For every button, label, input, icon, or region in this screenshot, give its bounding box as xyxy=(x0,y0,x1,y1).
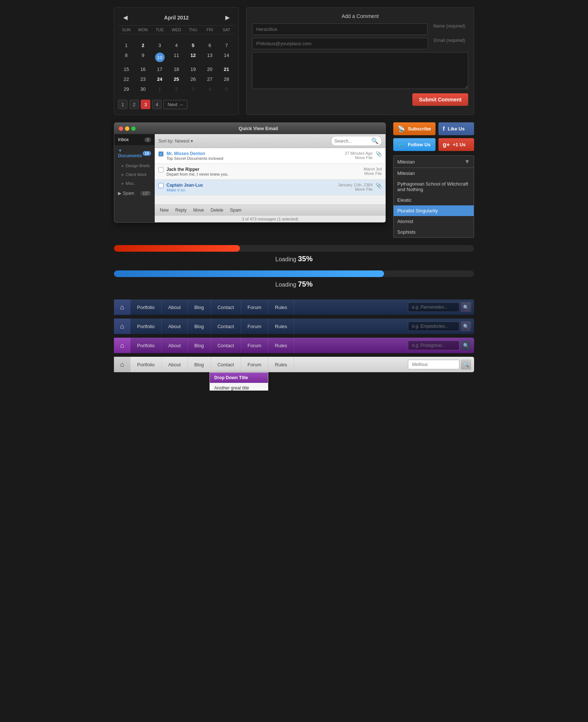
cal-cell[interactable]: 20 xyxy=(201,64,218,74)
navbar-3-forum[interactable]: Forum xyxy=(241,338,269,353)
maximize-window-button[interactable] xyxy=(131,126,136,131)
cal-cell[interactable]: 22 xyxy=(118,74,135,84)
cal-cell[interactable] xyxy=(118,36,135,40)
cal-cell[interactable]: 7 xyxy=(218,40,235,50)
plus-one-button[interactable]: g+ +1 Us xyxy=(438,138,474,151)
cal-cell[interactable] xyxy=(201,36,218,40)
navbar-1-search-button[interactable]: 🔍 xyxy=(461,302,471,312)
navbar-3-blog[interactable]: Blog xyxy=(188,338,211,353)
email-message-2[interactable]: Jack the Ripper Depart from me, I never … xyxy=(155,164,386,180)
email-move-3[interactable]: Move File xyxy=(338,187,373,191)
like-us-button[interactable]: f Like Us xyxy=(438,122,474,135)
dropdown-item-pythagorean[interactable]: Pythagorean School of Witchcraft and Not… xyxy=(394,179,474,195)
cal-cell[interactable]: 28 xyxy=(218,74,235,84)
navbar-4-portfolio[interactable]: Portfolio xyxy=(130,357,162,372)
cal-cell[interactable]: 2 xyxy=(168,84,184,94)
navbar-4-contact[interactable]: Contact xyxy=(211,357,241,372)
navbar-1-about[interactable]: About xyxy=(162,299,188,315)
cal-cell[interactable]: 1 xyxy=(118,40,135,50)
navbar-4-search-button[interactable]: 🔍 xyxy=(461,359,471,370)
dropdown-item-milesian[interactable]: Milesian xyxy=(394,168,474,179)
dropdown-item-pluralist[interactable]: Pluralist Singularity xyxy=(394,205,474,216)
client-work-folder[interactable]: Client Work xyxy=(114,170,155,179)
email-move-2[interactable]: Move File xyxy=(363,171,382,176)
cal-cell[interactable]: 4 xyxy=(201,84,218,94)
navbar-3-portfolio[interactable]: Portfolio xyxy=(130,338,162,353)
cal-cell[interactable] xyxy=(185,36,201,40)
submit-comment-button[interactable]: Submit Comment xyxy=(412,93,468,106)
next-page-button[interactable]: Next → xyxy=(164,100,187,109)
navbar-3-contact[interactable]: Contact xyxy=(211,338,241,353)
email-sort-label[interactable]: Sort by: Newest ▾ xyxy=(158,139,193,144)
navbar-1-portfolio[interactable]: Portfolio xyxy=(130,299,162,315)
navbar-3-home-button[interactable]: ⌂ xyxy=(114,338,130,353)
spam-email-button[interactable]: Spam xyxy=(229,207,243,213)
cal-cell[interactable] xyxy=(135,36,151,40)
delete-email-button[interactable]: Delete xyxy=(209,207,225,213)
cal-cell[interactable]: 24 xyxy=(151,74,168,84)
cal-cell[interactable]: 4 xyxy=(168,40,184,50)
cal-cell[interactable]: 17 xyxy=(151,64,168,74)
navbar-1-forum[interactable]: Forum xyxy=(241,299,269,315)
close-window-button[interactable] xyxy=(119,126,123,131)
cal-cell[interactable]: 13 xyxy=(201,50,218,64)
page-3-button[interactable]: 3 xyxy=(141,100,150,109)
navbar-1-blog[interactable]: Blog xyxy=(188,299,211,315)
cal-cell[interactable]: 5 xyxy=(218,84,235,94)
cal-cell[interactable]: 25 xyxy=(168,74,184,84)
subscribe-button[interactable]: 📡 Subscribe xyxy=(393,122,435,135)
navbar-4-home-button[interactable]: ⌂ xyxy=(114,357,130,372)
new-email-button[interactable]: New xyxy=(158,207,170,213)
navbar-1-home-button[interactable]: ⌂ xyxy=(114,299,130,315)
navbar-3-search-button[interactable]: 🔍 xyxy=(461,340,471,351)
navbar-3-about[interactable]: About xyxy=(162,338,188,353)
page-2-button[interactable]: 2 xyxy=(129,100,139,109)
navbar-2-forum[interactable]: Forum xyxy=(241,319,269,334)
navbar-4-search-input[interactable] xyxy=(408,360,459,369)
navbar-2-search-button[interactable]: 🔍 xyxy=(461,321,471,331)
navbar-3-search-input[interactable] xyxy=(408,341,459,350)
move-email-button[interactable]: Move xyxy=(192,207,205,213)
email-check-3[interactable] xyxy=(158,183,164,188)
cal-cell[interactable]: 27 xyxy=(201,74,218,84)
spam-folder[interactable]: ▶ Spam 137 xyxy=(114,188,155,199)
email-check-1[interactable]: ✓ xyxy=(158,151,164,157)
cal-cell[interactable]: 26 xyxy=(185,74,201,84)
navbar-1-contact[interactable]: Contact xyxy=(211,299,241,315)
email-message-1[interactable]: ✓ Mr. Misses Denton Top Secret Documents… xyxy=(155,148,386,164)
documents-folder[interactable]: ▼ Documents 14 xyxy=(114,145,155,161)
cal-cell[interactable]: 3 xyxy=(185,84,201,94)
email-input[interactable] xyxy=(252,38,428,49)
design-briefs-folder[interactable]: Design Briefs xyxy=(114,161,155,170)
cal-cell[interactable]: 23 xyxy=(135,74,151,84)
reply-email-button[interactable]: Reply xyxy=(174,207,188,213)
cal-cell[interactable] xyxy=(218,36,235,40)
cal-cell[interactable]: 9 xyxy=(135,50,151,64)
cal-cell[interactable]: 18 xyxy=(168,64,184,74)
email-search-input[interactable] xyxy=(334,139,371,144)
navbar-4-blog[interactable]: Blog xyxy=(188,357,211,372)
cal-cell[interactable]: 30 xyxy=(135,84,151,94)
navbar-1-rules[interactable]: Rules xyxy=(268,299,294,315)
misc-folder[interactable]: Misc. xyxy=(114,179,155,188)
cal-cell[interactable] xyxy=(151,36,168,40)
cal-cell[interactable]: 8 xyxy=(118,50,135,64)
navbar-2-blog[interactable]: Blog xyxy=(188,319,211,334)
cal-cell[interactable]: 14 xyxy=(218,50,235,64)
inbox-folder[interactable]: Inbox 0 xyxy=(114,134,155,145)
navbar-2-about[interactable]: About xyxy=(162,319,188,334)
email-check-2[interactable] xyxy=(158,167,164,172)
navbar-2-search-input[interactable] xyxy=(408,322,459,331)
email-message-3[interactable]: Captain Jean-Luc Make it so. January 11t… xyxy=(155,180,386,195)
cal-cell[interactable] xyxy=(168,36,184,40)
navbar-3-rules[interactable]: Rules xyxy=(268,338,294,353)
dropdown-menu-item-1[interactable]: Another great title xyxy=(210,383,268,391)
minimize-window-button[interactable] xyxy=(125,126,129,131)
next-month-button[interactable]: ▶ xyxy=(223,13,232,22)
navbar-4-rules[interactable]: Rules xyxy=(268,357,294,372)
navbar-2-rules[interactable]: Rules xyxy=(268,319,294,334)
navbar-2-portfolio[interactable]: Portfolio xyxy=(130,319,162,334)
navbar-4-forum[interactable]: Forum xyxy=(241,357,269,372)
cal-cell[interactable]: 21 xyxy=(218,64,235,74)
cal-cell[interactable]: 2 xyxy=(135,40,151,50)
